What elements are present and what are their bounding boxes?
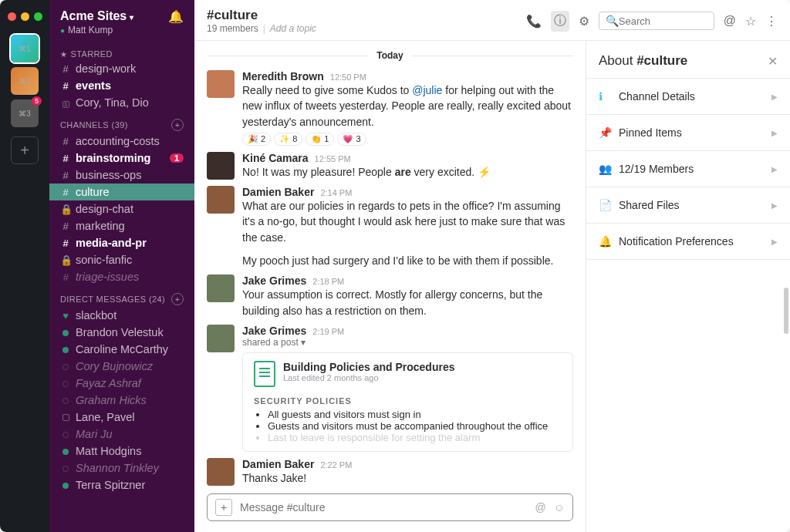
details-row[interactable]: 👥12/19 Members▶ [586, 150, 790, 187]
hash-icon: # [60, 153, 71, 164]
star-icon[interactable]: ☆ [745, 14, 756, 29]
close-window[interactable] [8, 12, 16, 21]
details-row[interactable]: 📄Shared Files▶ [586, 187, 790, 223]
workspace-tile-2[interactable]: ⌘2 [11, 67, 39, 95]
dm-item[interactable]: Mari Ju [49, 426, 194, 443]
dm-item[interactable]: Matt Hodgins [49, 443, 194, 460]
channel-item[interactable]: #triage-issues [49, 268, 194, 285]
add-workspace-button[interactable]: + [11, 136, 39, 164]
starred-item[interactable]: 3Cory, Tina, Dio [49, 94, 194, 111]
section-dms[interactable]: DIRECT MESSAGES (24) + [49, 285, 194, 307]
channel-item[interactable]: #media-and-pr [49, 234, 194, 251]
emoji-button[interactable]: ☺ [554, 501, 565, 513]
reaction[interactable]: 🎉 2 [242, 133, 271, 146]
current-user[interactable]: ●Matt Kump [60, 25, 133, 35]
add-topic-link[interactable]: Add a topic [270, 23, 316, 34]
attach-button[interactable]: + [215, 499, 232, 516]
channel-item[interactable]: 🔒sonic-fanfic [49, 251, 194, 268]
dm-label: slackbot [76, 309, 116, 322]
add-dm-button[interactable]: + [171, 293, 184, 305]
message-author[interactable]: Meredith Brown [242, 70, 324, 82]
message-author[interactable]: Kiné Camara [242, 152, 309, 164]
shared-post[interactable]: Building Policies and ProceduresLast edi… [242, 352, 573, 452]
message-author[interactable]: Jake Grimes [242, 325, 306, 337]
search-input[interactable]: 🔍 [599, 12, 714, 30]
workspace-tile-3[interactable]: ⌘35 [11, 99, 39, 127]
dm-item[interactable]: Shannon Tinkley [49, 460, 194, 476]
channel-label: sonic-fanfic [76, 254, 132, 266]
channel-label: triage-issues [76, 271, 139, 283]
message-input[interactable] [240, 501, 535, 513]
dm-item[interactable]: Graham Hicks [49, 392, 194, 409]
gear-icon[interactable]: ⚙ [579, 14, 589, 29]
message-author[interactable]: Damien Baker [242, 186, 314, 198]
message-composer[interactable]: + @☺ [207, 493, 573, 521]
starred-item[interactable]: #design-work [49, 60, 194, 77]
channel-item[interactable]: #accounting-costs [49, 133, 194, 150]
avatar[interactable] [207, 152, 235, 180]
channel-header: #culture 19 members|Add a topic 📞 ⓘ ⚙ 🔍 … [194, 0, 790, 41]
starred-label: Cory, Tina, Dio [76, 96, 149, 109]
dm-item[interactable]: Cory Bujnowicz [49, 358, 194, 375]
lock-icon: 🔒 [60, 254, 71, 266]
mention-link[interactable]: @julie [412, 84, 442, 96]
reaction[interactable]: 💗 3 [337, 133, 366, 146]
post-title: Building Policies and Procedures [283, 361, 455, 373]
dm-item[interactable]: Fayaz Ashraf [49, 375, 194, 392]
message-body: Your assumption is correct. Mostly for a… [242, 287, 573, 318]
details-row[interactable]: 🔔Notification Preferences▶ [586, 223, 790, 260]
message-timestamp: 2:18 PM [312, 277, 344, 286]
dm-item[interactable]: Terra Spitzner [49, 476, 194, 493]
call-icon[interactable]: 📞 [526, 14, 542, 29]
dm-item[interactable]: Caroline McCarthy [49, 341, 194, 358]
channel-item[interactable]: #culture [49, 184, 194, 200]
message-timestamp: 2:14 PM [320, 188, 352, 197]
message: Jake Grimes2:19 PMshared a post ▾Buildin… [194, 322, 586, 455]
section-channels[interactable]: CHANNELS (39) + [49, 111, 194, 133]
avatar[interactable] [207, 186, 235, 214]
add-channel-button[interactable]: + [171, 119, 184, 131]
mention-button[interactable]: @ [535, 501, 545, 513]
details-label: 12/19 Members [619, 163, 694, 175]
search-field[interactable] [619, 15, 707, 27]
channel-item[interactable]: #business-ops [49, 167, 194, 184]
channel-item[interactable]: #marketing [49, 217, 194, 234]
channel-name[interactable]: #culture [207, 8, 316, 23]
message-timestamp: 2:19 PM [312, 327, 344, 336]
scrollbar-thumb[interactable] [784, 288, 788, 334]
details-row[interactable]: ℹChannel Details▶ [586, 78, 790, 114]
notifications-icon[interactable]: 🔔 [168, 9, 184, 24]
message-subtext[interactable]: shared a post ▾ [242, 337, 573, 348]
minimize-window[interactable] [21, 12, 29, 21]
avatar[interactable] [207, 325, 235, 352]
mentions-icon[interactable]: @ [724, 14, 736, 28]
sidebar-scroll[interactable]: ★STARRED #design-work#events3Cory, Tina,… [49, 42, 194, 532]
close-details-icon[interactable]: ✕ [768, 54, 778, 69]
dm-item[interactable]: Lane, Pavel [49, 409, 194, 426]
presence-icon [60, 429, 71, 440]
member-count[interactable]: 19 members [207, 23, 258, 34]
starred-item[interactable]: #events [49, 77, 194, 94]
more-icon[interactable]: ⋮ [765, 14, 778, 29]
reaction[interactable]: ✨ 8 [274, 133, 302, 146]
reactions: 🎉 2✨ 8👏 1💗 3 [242, 133, 573, 146]
channel-label: brainstorming [76, 152, 150, 164]
maximize-window[interactable] [34, 12, 42, 21]
dm-item[interactable]: ♥slackbot [49, 307, 194, 324]
workspace-tile-1[interactable]: ⌘1 [11, 35, 39, 62]
avatar[interactable] [207, 458, 235, 486]
details-row[interactable]: 📌Pinned Items▶ [586, 114, 790, 150]
message-author[interactable]: Jake Grimes [242, 274, 306, 287]
message-scroll[interactable]: Today Meredith Brown12:50 PMReally need … [194, 41, 586, 487]
reaction[interactable]: 👏 1 [306, 133, 334, 146]
avatar[interactable] [207, 274, 235, 302]
details-label: Channel Details [619, 90, 695, 103]
info-icon[interactable]: ⓘ [551, 11, 569, 32]
dm-item[interactable]: Brandon Velestuk [49, 324, 194, 341]
workspace-switcher[interactable]: Acme Sites▾ [60, 9, 133, 23]
avatar[interactable] [207, 70, 235, 98]
message-author[interactable]: Damien Baker [242, 458, 314, 470]
channel-item[interactable]: #brainstorming1 [49, 150, 194, 167]
post-bullet: Last to leave is responsible for setting… [268, 432, 562, 443]
channel-item[interactable]: 🔒design-chat [49, 200, 194, 217]
